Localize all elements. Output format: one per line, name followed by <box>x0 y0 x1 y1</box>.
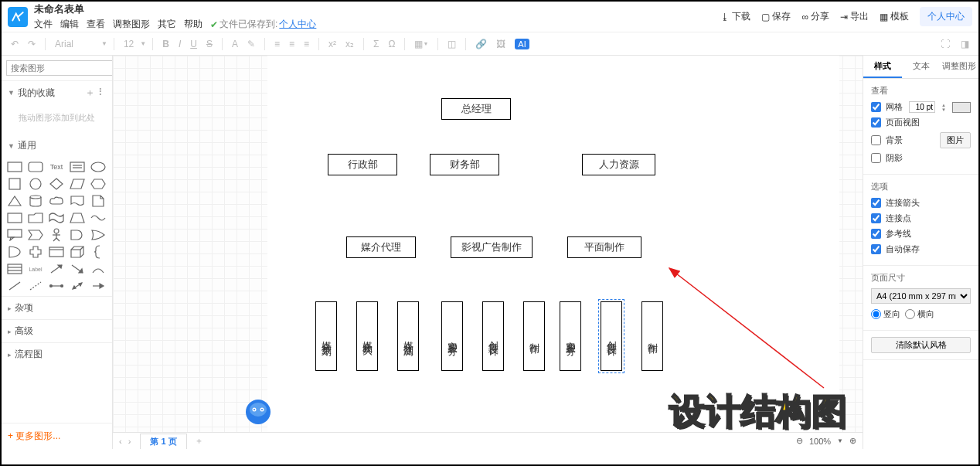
autosave-checkbox[interactable] <box>871 244 881 254</box>
shape-diamond[interactable] <box>48 177 65 191</box>
tab-adjust[interactable]: 调整图形 <box>940 56 978 78</box>
strikethrough-button[interactable]: S <box>203 37 216 51</box>
document-title[interactable]: 未命名表单 <box>34 2 316 16</box>
download-button[interactable]: ⭳下载 <box>720 10 750 23</box>
italic-button[interactable]: I <box>175 37 184 51</box>
grid-color-swatch[interactable] <box>952 102 971 113</box>
pageview-checkbox[interactable] <box>871 117 881 128</box>
shape-hexagon[interactable] <box>90 177 107 191</box>
shape-note[interactable] <box>90 194 107 208</box>
shape-window[interactable] <box>48 245 65 259</box>
undo-button[interactable]: ↶ <box>8 37 22 51</box>
shadow-checkbox[interactable] <box>871 153 881 163</box>
shape-callout[interactable] <box>6 228 23 242</box>
menu-edit[interactable]: 编辑 <box>60 18 79 31</box>
superscript-button[interactable]: x² <box>325 37 339 51</box>
zoom-in-button[interactable]: ⊕ <box>849 436 856 446</box>
align-right-button[interactable]: ≡ <box>301 37 312 51</box>
shape-wave[interactable] <box>90 211 107 225</box>
shape-cube[interactable] <box>69 245 86 259</box>
shape-halfcircle[interactable] <box>6 245 23 259</box>
shape-roundrect[interactable] <box>27 160 44 174</box>
shape-arrow-curve[interactable] <box>90 262 107 276</box>
shape-textbox[interactable] <box>69 160 86 174</box>
table-button[interactable]: ▦▼ <box>411 37 431 51</box>
underline-button[interactable]: U <box>187 37 200 51</box>
shape-arrow-ne[interactable] <box>69 262 86 276</box>
menu-view[interactable]: 查看 <box>87 18 105 31</box>
add-page-button[interactable]: ＋ <box>189 435 209 447</box>
personal-center-button[interactable]: 个人中心 <box>920 7 972 26</box>
connector-checkbox[interactable] <box>871 213 881 223</box>
menu-other[interactable]: 其它 <box>158 18 176 31</box>
shape-ellipse[interactable] <box>90 160 107 174</box>
tab-style[interactable]: 样式 <box>863 56 902 78</box>
portrait-radio[interactable] <box>871 309 881 319</box>
advanced-section-header[interactable]: ▸高级 <box>2 319 112 342</box>
shape-arrow-nw[interactable] <box>48 262 65 276</box>
next-page-button[interactable]: › <box>128 437 131 446</box>
shape-cylinder[interactable] <box>27 194 44 208</box>
zoom-level[interactable]: 100% <box>809 437 831 446</box>
clear-default-button[interactable]: 清除默认风格 <box>871 337 971 353</box>
font-color-button[interactable]: A <box>229 37 241 51</box>
export-button[interactable]: ⇥导出 <box>840 10 869 23</box>
flowchart-section-header[interactable]: ▸流程图 <box>2 342 112 366</box>
guide-checkbox[interactable] <box>871 229 881 239</box>
menu-file[interactable]: 文件 <box>34 18 53 31</box>
shape-square[interactable] <box>6 177 23 191</box>
font-size-input[interactable]: 12 <box>121 37 137 51</box>
zoom-out-button[interactable]: ⊖ <box>796 436 803 446</box>
shape-rect[interactable] <box>6 160 23 174</box>
grid-checkbox[interactable] <box>871 102 881 112</box>
shape-actor[interactable] <box>48 228 65 242</box>
shape-list[interactable] <box>6 262 23 276</box>
favorites-section-header[interactable]: ▼ 我的收藏 ＋ ⠇ <box>2 81 112 104</box>
shape-document[interactable] <box>69 194 86 208</box>
formula-button[interactable]: Σ <box>370 37 382 51</box>
shape-line[interactable] <box>6 279 23 293</box>
shape-parallelogram[interactable] <box>69 177 86 191</box>
shape-circle[interactable] <box>27 177 44 191</box>
shape-cloud[interactable] <box>48 194 65 208</box>
pagesize-select[interactable]: A4 (210 mm x 297 mm) <box>871 288 971 304</box>
landscape-radio[interactable] <box>905 309 915 319</box>
image-button[interactable]: 🖼 <box>493 37 509 51</box>
share-button[interactable]: ∞分享 <box>801 10 829 23</box>
grid-size-input[interactable] <box>909 101 935 113</box>
chatbot-icon[interactable] <box>244 398 272 426</box>
add-favorite-icon[interactable]: ＋ ⠇ <box>85 86 106 100</box>
font-family-select[interactable]: Arial <box>52 37 98 51</box>
shape-tape[interactable] <box>48 211 65 225</box>
shape-trapezoid[interactable] <box>69 211 86 225</box>
shape-card[interactable] <box>6 211 23 225</box>
prev-page-button[interactable]: ‹ <box>119 437 122 446</box>
save-location-link[interactable]: 个人中心 <box>279 18 316 31</box>
link-button[interactable]: 🔗 <box>472 37 490 51</box>
align-left-button[interactable]: ≡ <box>271 37 283 51</box>
shape-arrow-right[interactable] <box>90 279 107 293</box>
shape-label[interactable]: Label <box>27 262 44 276</box>
omega-button[interactable]: Ω <box>385 37 398 51</box>
crop-button[interactable]: ◫ <box>444 37 459 51</box>
arrow-checkbox[interactable] <box>871 198 881 208</box>
bg-image-button[interactable]: 图片 <box>940 132 971 148</box>
menu-help[interactable]: 帮助 <box>184 18 202 31</box>
shape-or[interactable] <box>90 228 107 242</box>
shape-and[interactable] <box>69 228 86 242</box>
background-checkbox[interactable] <box>871 135 881 145</box>
common-section-header[interactable]: ▼ 通用 <box>2 134 112 157</box>
shape-text[interactable]: Text <box>48 160 65 174</box>
highlight-button[interactable]: ✎ <box>244 37 258 51</box>
shape-line-dashed[interactable] <box>27 279 44 293</box>
shape-cross[interactable] <box>27 245 44 259</box>
shape-triangle[interactable] <box>6 194 23 208</box>
align-center-button[interactable]: ≡ <box>286 37 298 51</box>
redo-button[interactable]: ↷ <box>25 37 39 51</box>
more-shapes-button[interactable]: + 更多图形... <box>2 423 112 449</box>
save-button[interactable]: ▢保存 <box>761 10 791 23</box>
shape-folder[interactable] <box>27 211 44 225</box>
shape-brace[interactable] <box>90 245 107 259</box>
template-button[interactable]: ▦模板 <box>880 10 909 23</box>
shape-step[interactable] <box>27 228 44 242</box>
